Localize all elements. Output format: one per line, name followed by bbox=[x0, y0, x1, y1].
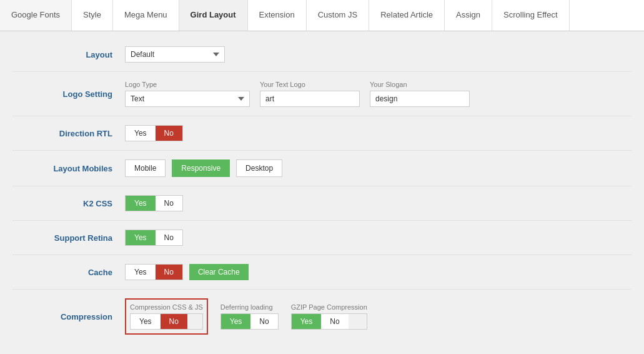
layout-mobile-btn[interactable]: Mobile bbox=[125, 159, 166, 177]
direction-rtl-label: Direction RTL bbox=[12, 129, 125, 138]
layout-desktop-btn[interactable]: Desktop bbox=[236, 159, 282, 177]
support-retina-row: Support Retina Yes No bbox=[12, 221, 632, 255]
deferring-label: Deferring loading bbox=[220, 303, 279, 311]
gzip-group: GZIP Page Compression Yes No bbox=[291, 303, 367, 330]
your-text-logo-input[interactable] bbox=[260, 91, 360, 107]
tab-style[interactable]: Style bbox=[72, 0, 113, 31]
tab-extension[interactable]: Extension bbox=[248, 0, 307, 31]
compression-css-js-yes[interactable]: Yes bbox=[131, 314, 161, 329]
cache-no[interactable]: No bbox=[156, 265, 182, 280]
deferring-no[interactable]: No bbox=[250, 314, 277, 329]
deferring-yes[interactable]: Yes bbox=[221, 314, 251, 329]
tab-assign[interactable]: Assign bbox=[445, 0, 492, 31]
logo-type-field: Logo Type Text Image Both bbox=[125, 81, 250, 107]
k2-css-toggle: Yes No bbox=[125, 195, 183, 211]
layout-responsive-btn[interactable]: Responsive bbox=[172, 159, 230, 177]
logo-setting-content: Logo Type Text Image Both Your Text Logo… bbox=[125, 81, 470, 107]
clear-cache-button[interactable]: Clear Cache bbox=[189, 264, 249, 280]
cache-content: Yes No Clear Cache bbox=[125, 264, 249, 280]
support-retina-content: Yes No bbox=[125, 230, 183, 246]
layout-content: Default Option 1 Option 2 bbox=[125, 46, 225, 63]
k2-css-no[interactable]: No bbox=[156, 196, 182, 211]
tab-bar: Google Fonts Style Mega Menu Gird Layout… bbox=[0, 0, 644, 31]
content-area: Layout Default Option 1 Option 2 Logo Se… bbox=[0, 31, 644, 350]
direction-rtl-row: Direction RTL Yes No bbox=[12, 116, 632, 151]
k2-css-row: K2 CSS Yes No bbox=[12, 186, 632, 221]
support-retina-toggle: Yes No bbox=[125, 230, 183, 246]
logo-setting-row: Logo Setting Logo Type Text Image Both Y… bbox=[12, 72, 632, 116]
logo-setting-label: Logo Setting bbox=[12, 89, 125, 99]
compression-css-js-no[interactable]: No bbox=[161, 314, 187, 329]
compression-label: Compression bbox=[12, 312, 125, 321]
compression-css-js-toggle: Yes No bbox=[130, 313, 203, 330]
layout-row: Layout Default Option 1 Option 2 bbox=[12, 38, 632, 72]
tab-google-fonts[interactable]: Google Fonts bbox=[0, 0, 72, 31]
compression-css-js-group: Compression CSS & JS Yes No bbox=[130, 303, 203, 330]
compression-row: Compression Compression CSS & JS Yes No … bbox=[12, 290, 632, 343]
k2-css-label: K2 CSS bbox=[12, 199, 125, 208]
compression-css-js-box: Compression CSS & JS Yes No bbox=[125, 298, 208, 335]
support-retina-yes[interactable]: Yes bbox=[126, 230, 156, 245]
cache-row: Cache Yes No Clear Cache bbox=[12, 255, 632, 290]
k2-css-content: Yes No bbox=[125, 195, 183, 211]
direction-rtl-yes[interactable]: Yes bbox=[126, 126, 156, 141]
k2-css-yes[interactable]: Yes bbox=[126, 196, 156, 211]
direction-rtl-toggle: Yes No bbox=[125, 125, 183, 141]
cache-label: Cache bbox=[12, 268, 125, 277]
deferring-group: Deferring loading Yes No bbox=[220, 303, 279, 330]
tab-custom-js[interactable]: Custom JS bbox=[307, 0, 370, 31]
direction-rtl-no[interactable]: No bbox=[156, 126, 182, 141]
gzip-no[interactable]: No bbox=[321, 314, 348, 329]
logo-type-label: Logo Type bbox=[125, 81, 250, 88]
tab-related-article[interactable]: Related Article bbox=[369, 0, 445, 31]
layout-mobiles-label: Layout Mobiles bbox=[12, 164, 125, 173]
gzip-label: GZIP Page Compression bbox=[291, 303, 367, 311]
your-slogan-input[interactable] bbox=[370, 91, 470, 107]
logo-type-select[interactable]: Text Image Both bbox=[125, 91, 250, 107]
cache-toggle: Yes No bbox=[125, 264, 183, 280]
your-text-logo-label: Your Text Logo bbox=[260, 81, 360, 88]
tab-gird-layout[interactable]: Gird Layout bbox=[179, 0, 248, 31]
layout-mobiles-content: Mobile Responsive Desktop bbox=[125, 159, 282, 177]
your-slogan-field: Your Slogan bbox=[370, 81, 470, 107]
layout-mobiles-row: Layout Mobiles Mobile Responsive Desktop bbox=[12, 151, 632, 186]
layout-select[interactable]: Default Option 1 Option 2 bbox=[125, 46, 225, 63]
your-slogan-label: Your Slogan bbox=[370, 81, 470, 88]
support-retina-no[interactable]: No bbox=[156, 230, 182, 245]
gzip-toggle: Yes No bbox=[291, 313, 367, 330]
compression-content: Compression CSS & JS Yes No Deferring lo… bbox=[125, 298, 367, 335]
direction-rtl-content: Yes No bbox=[125, 125, 183, 141]
your-text-logo-field: Your Text Logo bbox=[260, 81, 360, 107]
cache-yes[interactable]: Yes bbox=[126, 265, 156, 280]
compression-css-js-label: Compression CSS & JS bbox=[130, 303, 203, 311]
support-retina-label: Support Retina bbox=[12, 233, 125, 243]
deferring-toggle: Yes No bbox=[220, 313, 279, 330]
tab-scrolling-effect[interactable]: Scrolling Effect bbox=[492, 0, 569, 31]
layout-label: Layout bbox=[12, 50, 125, 59]
gzip-yes[interactable]: Yes bbox=[292, 314, 322, 329]
tab-mega-menu[interactable]: Mega Menu bbox=[113, 0, 179, 31]
